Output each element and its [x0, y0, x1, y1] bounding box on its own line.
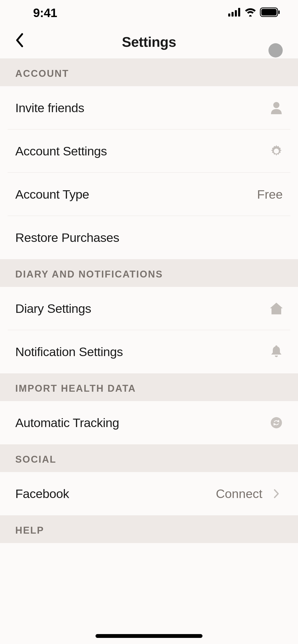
section-header-health: IMPORT HEALTH DATA [0, 373, 298, 401]
section-header-account: ACCOUNT [0, 58, 298, 86]
home-icon [270, 302, 283, 315]
bell-icon [270, 345, 283, 358]
chevron-left-icon [15, 33, 23, 48]
row-notification-settings[interactable]: Notification Settings [0, 330, 298, 373]
row-label: Notification Settings [15, 345, 123, 359]
status-bar: 9:41 [0, 0, 298, 25]
svg-rect-6 [278, 10, 280, 14]
row-label: Diary Settings [15, 301, 91, 316]
gear-icon [270, 145, 283, 157]
svg-rect-0 [228, 13, 230, 17]
cellular-icon [228, 8, 241, 18]
battery-icon [260, 7, 280, 18]
row-account-settings[interactable]: Account Settings [0, 129, 298, 173]
row-facebook[interactable]: Facebook Connect [0, 472, 298, 515]
page-title: Settings [0, 34, 298, 50]
row-label: Account Settings [15, 144, 107, 158]
row-value: Free [257, 187, 283, 201]
svg-point-7 [273, 102, 279, 108]
section-header-diary: DIARY AND NOTIFICATIONS [0, 259, 298, 287]
row-label: Account Type [15, 187, 89, 201]
wifi-icon [245, 8, 256, 18]
avatar[interactable] [268, 43, 283, 57]
row-label: Automatic Tracking [15, 416, 119, 430]
row-help-placeholder [0, 543, 298, 561]
row-restore-purchases[interactable]: Restore Purchases [0, 216, 298, 259]
svg-point-8 [271, 417, 282, 428]
sync-icon [270, 416, 283, 429]
svg-rect-3 [238, 8, 240, 17]
home-indicator[interactable] [96, 634, 202, 638]
row-diary-settings[interactable]: Diary Settings [0, 287, 298, 330]
status-icons [228, 7, 280, 18]
section-header-social: SOCIAL [0, 444, 298, 472]
chevron-right-icon [270, 487, 283, 500]
row-invite-friends[interactable]: Invite friends [0, 86, 298, 129]
svg-rect-2 [235, 10, 237, 17]
row-account-type[interactable]: Account Type Free [0, 173, 298, 216]
row-label: Facebook [15, 487, 69, 501]
row-label: Invite friends [15, 101, 84, 115]
section-header-help: HELP [0, 515, 298, 543]
person-icon [270, 101, 283, 114]
nav-header: Settings [0, 25, 298, 58]
status-time: 9:41 [33, 6, 57, 20]
row-label: Restore Purchases [15, 230, 119, 245]
svg-rect-5 [261, 9, 277, 16]
back-button[interactable] [13, 34, 25, 47]
svg-rect-1 [232, 12, 234, 17]
row-value: Connect [216, 487, 262, 501]
row-automatic-tracking[interactable]: Automatic Tracking [0, 401, 298, 444]
